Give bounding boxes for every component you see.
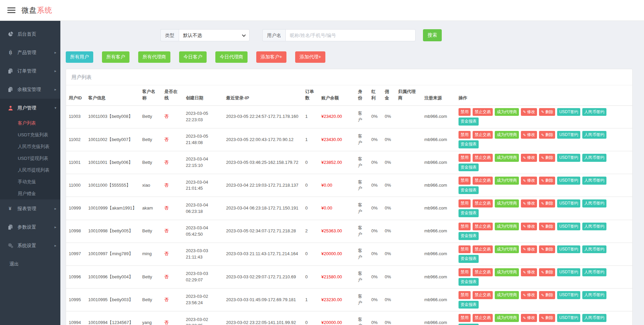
forbid-trade-button[interactable]: 禁止交易 xyxy=(473,199,493,207)
add-customer-button[interactable]: 添加客户+ xyxy=(256,51,286,63)
all-users-button[interactable]: 所有用户 xyxy=(66,51,93,63)
funds-report-button[interactable]: 资金报表 xyxy=(459,140,479,148)
become-agent-button[interactable]: 成为代理商 xyxy=(495,177,519,185)
sidebar-item-usdt-deposit-list[interactable]: USDT充值列表 xyxy=(0,129,60,141)
edit-button[interactable]: ✎修改 xyxy=(521,131,537,139)
delete-button[interactable]: ✎删除 xyxy=(539,223,555,231)
sidebar-item-users[interactable]: 用户管理 ▾ xyxy=(0,99,60,117)
usdt-sign-button[interactable]: USDT签约 xyxy=(557,291,580,299)
search-button[interactable]: 搜索 xyxy=(423,29,442,41)
usdt-sign-button[interactable]: USDT签约 xyxy=(557,154,580,162)
rmb-sign-button[interactable]: 人民币签约 xyxy=(582,131,606,139)
usdt-sign-button[interactable]: USDT签约 xyxy=(557,223,580,231)
delete-button[interactable]: ✎删除 xyxy=(539,314,555,322)
forbid-trade-button[interactable]: 禁止交易 xyxy=(473,131,493,139)
edit-button[interactable]: ✎修改 xyxy=(521,223,537,231)
rmb-sign-button[interactable]: 人民币签约 xyxy=(582,223,606,231)
funds-report-button[interactable]: 资金报表 xyxy=(459,118,479,126)
become-agent-button[interactable]: 成为代理商 xyxy=(495,108,519,116)
edit-button[interactable]: ✎修改 xyxy=(521,177,537,185)
delete-button[interactable]: ✎删除 xyxy=(539,131,555,139)
edit-button[interactable]: ✎修改 xyxy=(521,245,537,253)
edit-button[interactable]: ✎修改 xyxy=(521,199,537,207)
forbid-trade-button[interactable]: 禁止交易 xyxy=(473,177,493,185)
sidebar-item-customer-list[interactable]: 客户列表 xyxy=(0,117,60,129)
funds-report-button[interactable]: 资金报表 xyxy=(459,209,479,217)
sidebar-item-manual-deposit[interactable]: 手动充值 xyxy=(0,176,60,188)
forbid-trade-button[interactable]: 禁止交易 xyxy=(473,223,493,231)
rmb-sign-button[interactable]: 人民币签约 xyxy=(582,268,606,276)
delete-button[interactable]: ✎删除 xyxy=(539,154,555,162)
username-input[interactable] xyxy=(285,29,416,41)
funds-report-button[interactable]: 资金报表 xyxy=(459,255,479,263)
funds-report-button[interactable]: 资金报表 xyxy=(459,301,479,309)
funds-report-button[interactable]: 资金报表 xyxy=(459,324,479,325)
funds-report-button[interactable]: 资金报表 xyxy=(459,164,479,172)
edit-button[interactable]: ✎修改 xyxy=(521,108,537,116)
funds-report-button[interactable]: 资金报表 xyxy=(459,232,479,240)
delete-button[interactable]: ✎删除 xyxy=(539,199,555,207)
all-customers-button[interactable]: 所有客户 xyxy=(102,51,129,63)
all-agents-button[interactable]: 所有代理商 xyxy=(138,51,170,63)
disable-button[interactable]: 禁用 xyxy=(459,268,471,276)
become-agent-button[interactable]: 成为代理商 xyxy=(495,199,519,207)
disable-button[interactable]: 禁用 xyxy=(459,108,471,116)
edit-button[interactable]: ✎修改 xyxy=(521,291,537,299)
rmb-sign-button[interactable]: 人民币签约 xyxy=(582,108,606,116)
sidebar-item-rmb-withdraw-list[interactable]: 人民币提现列表 xyxy=(0,164,60,176)
disable-button[interactable]: 禁用 xyxy=(459,154,471,162)
usdt-sign-button[interactable]: USDT签约 xyxy=(557,268,580,276)
sidebar-item-usdt-withdraw-list[interactable]: USDT提现列表 xyxy=(0,152,60,164)
sidebar-item-system[interactable]: 系统设置 ▸ xyxy=(0,236,60,255)
edit-button[interactable]: ✎修改 xyxy=(521,314,537,322)
type-select[interactable]: 默认不选 xyxy=(179,29,250,41)
sidebar-item-dashboard[interactable]: 后台首页 xyxy=(0,25,60,43)
forbid-trade-button[interactable]: 禁止交易 xyxy=(473,245,493,253)
become-agent-button[interactable]: 成为代理商 xyxy=(495,131,519,139)
become-agent-button[interactable]: 成为代理商 xyxy=(495,223,519,231)
disable-button[interactable]: 禁用 xyxy=(459,245,471,253)
delete-button[interactable]: ✎删除 xyxy=(539,268,555,276)
today-customers-button[interactable]: 今日客户 xyxy=(179,51,207,63)
usdt-sign-button[interactable]: USDT签约 xyxy=(557,199,580,207)
disable-button[interactable]: 禁用 xyxy=(459,291,471,299)
forbid-trade-button[interactable]: 禁止交易 xyxy=(473,268,493,276)
rmb-sign-button[interactable]: 人民币签约 xyxy=(582,245,606,253)
delete-button[interactable]: ✎删除 xyxy=(539,245,555,253)
edit-button[interactable]: ✎修改 xyxy=(521,268,537,276)
usdt-sign-button[interactable]: USDT签约 xyxy=(557,131,580,139)
become-agent-button[interactable]: 成为代理商 xyxy=(495,314,519,322)
forbid-trade-button[interactable]: 禁止交易 xyxy=(473,154,493,162)
sidebar-item-orders[interactable]: 订单管理 ▸ xyxy=(0,62,60,80)
rmb-sign-button[interactable]: 人民币签约 xyxy=(582,199,606,207)
sidebar-item-products[interactable]: B 产品管理 ▸ xyxy=(0,43,60,62)
menu-icon[interactable] xyxy=(7,6,15,14)
delete-button[interactable]: ✎删除 xyxy=(539,177,555,185)
usdt-sign-button[interactable]: USDT签约 xyxy=(557,177,580,185)
rmb-sign-button[interactable]: 人民币签约 xyxy=(582,154,606,162)
sidebar-item-logout[interactable]: 退出 xyxy=(0,255,60,273)
sidebar-item-reports[interactable]: ¥ 报表管理 ▸ xyxy=(0,199,60,218)
disable-button[interactable]: 禁用 xyxy=(459,314,471,322)
disable-button[interactable]: 禁用 xyxy=(459,131,471,139)
edit-button[interactable]: ✎修改 xyxy=(521,154,537,162)
funds-report-button[interactable]: 资金报表 xyxy=(459,186,479,194)
sidebar-item-rmb-deposit-list[interactable]: 人民币充值列表 xyxy=(0,141,60,152)
rmb-sign-button[interactable]: 人民币签约 xyxy=(582,314,606,322)
become-agent-button[interactable]: 成为代理商 xyxy=(495,268,519,276)
funds-report-button[interactable]: 资金报表 xyxy=(459,278,479,286)
rmb-sign-button[interactable]: 人民币签约 xyxy=(582,177,606,185)
add-agent-button[interactable]: 添加代理+ xyxy=(295,51,325,63)
forbid-trade-button[interactable]: 禁止交易 xyxy=(473,108,493,116)
become-agent-button[interactable]: 成为代理商 xyxy=(495,245,519,253)
today-agents-button[interactable]: 今日代理商 xyxy=(215,51,248,63)
become-agent-button[interactable]: 成为代理商 xyxy=(495,154,519,162)
sidebar-item-yuebao[interactable]: 余额宝管理 ▸ xyxy=(0,80,60,99)
disable-button[interactable]: 禁用 xyxy=(459,199,471,207)
usdt-sign-button[interactable]: USDT签约 xyxy=(557,314,580,322)
usdt-sign-button[interactable]: USDT签约 xyxy=(557,108,580,116)
sidebar-item-user-bonus[interactable]: 用户赠金 xyxy=(0,188,60,199)
forbid-trade-button[interactable]: 禁止交易 xyxy=(473,314,493,322)
sidebar-item-parameters[interactable]: 参数设置 ▸ xyxy=(0,218,60,236)
disable-button[interactable]: 禁用 xyxy=(459,223,471,231)
